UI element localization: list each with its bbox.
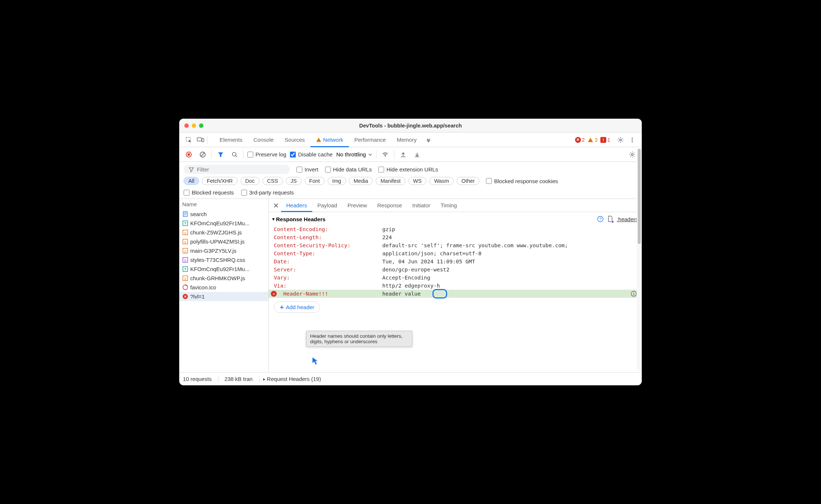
type-pill-css[interactable]: CSS [262, 177, 283, 185]
type-pill-media[interactable]: Media [349, 177, 373, 185]
invert-checkbox[interactable]: Invert [297, 166, 319, 173]
detail-tab-initiator[interactable]: Initiator [407, 199, 435, 212]
err-icon [182, 294, 188, 300]
upload-har-icon[interactable] [398, 149, 408, 160]
blocked-requests-checkbox[interactable]: Blocked requests [184, 189, 234, 196]
header-row: Content-Encoding:gzip [272, 225, 642, 233]
headers-content: Response Headers ? .headers Content-Enco… [269, 212, 642, 372]
validation-tooltip: Header names should contain only letters… [306, 331, 412, 347]
clear-button[interactable] [198, 149, 208, 160]
request-headers-toggle[interactable]: Request Headers (19) [259, 376, 321, 382]
blocked-cookies-checkbox[interactable]: Blocked response cookies [486, 178, 558, 184]
svg-text:{}: {} [184, 240, 186, 244]
ico-icon [182, 285, 188, 290]
header-row: Content-Type:application/json; charset=u… [272, 249, 642, 257]
file-override-icon[interactable] [607, 216, 613, 222]
header-row: Server:deno/gcp-europe-west2 [272, 266, 642, 274]
response-headers-title[interactable]: Response Headers [272, 216, 325, 222]
header-row: Date:Tue, 04 Jun 2024 11:09:05 GMT [272, 257, 642, 266]
request-item[interactable]: {}styles-T73CSHRQ.css [179, 255, 268, 264]
js-icon: {} [182, 248, 188, 254]
tab-sources[interactable]: Sources [279, 133, 310, 147]
window-title: DevTools - bubble-jingle.web.app/search [179, 123, 642, 129]
override-header-name[interactable]: Header-Name!!! [272, 291, 382, 297]
svg-point-14 [632, 153, 633, 155]
device-toggle-icon[interactable] [195, 135, 206, 145]
request-item[interactable]: {}chunk-Z5WZJGHS.js [179, 228, 268, 237]
scrollbar-thumb[interactable] [638, 149, 641, 244]
filter-toggle-icon[interactable] [216, 149, 226, 160]
add-header-button[interactable]: Add header [274, 301, 320, 313]
request-item[interactable]: ?lvl=1 [179, 292, 268, 301]
request-item[interactable]: TKFOmCnqEu92Fr1Mu... [179, 264, 268, 274]
type-pill-manifest[interactable]: Manifest [376, 177, 405, 185]
svg-point-5 [632, 139, 633, 140]
headers-file-link[interactable]: .headers [617, 216, 638, 222]
scrollbar[interactable] [637, 149, 642, 371]
type-pill-wasm[interactable]: Wasm [429, 177, 454, 185]
type-pill-ws[interactable]: WS [408, 177, 426, 185]
help-icon[interactable]: ? [597, 216, 604, 222]
issue-count: 1 [607, 137, 610, 143]
status-badges[interactable]: ✕2 3 !1 [575, 137, 610, 143]
header-row: Vary:Accept-Encoding [272, 274, 642, 282]
tab-performance[interactable]: Performance [349, 133, 391, 147]
type-pill-img[interactable]: Img [328, 177, 346, 185]
request-item[interactable]: {}main-G3PZY5LV.js [179, 246, 268, 255]
detail-tab-headers[interactable]: Headers [281, 199, 312, 212]
detail-tab-timing[interactable]: Timing [435, 199, 462, 212]
panel-settings-icon[interactable] [627, 149, 637, 160]
type-pill-other[interactable]: Other [457, 177, 479, 185]
type-pill-js[interactable]: JS [286, 177, 302, 185]
override-header-value[interactable]: header value [382, 291, 642, 297]
status-bar: 10 requests 238 kB tran Request Headers … [179, 372, 642, 385]
settings-icon[interactable] [615, 135, 626, 145]
filter-row: Invert Hide data URLs Hide extension URL… [179, 162, 642, 175]
info-icon[interactable]: i [631, 291, 637, 297]
type-pill-fetch-xhr[interactable]: Fetch/XHR [202, 177, 238, 185]
type-pill-font[interactable]: Font [305, 177, 325, 185]
request-item[interactable]: TKFOmCnqEu92Fr1Mu... [179, 219, 268, 228]
download-har-icon[interactable] [412, 149, 422, 160]
transferred-size: 238 kB tran [218, 376, 253, 382]
svg-point-11 [232, 152, 236, 156]
svg-rect-8 [188, 153, 190, 156]
request-item[interactable]: search [179, 210, 268, 219]
header-override-row[interactable]: ✕ Header-Name!!! header value i [269, 290, 642, 298]
type-pill-all[interactable]: All [184, 177, 199, 185]
filter-input[interactable] [184, 165, 290, 174]
more-tabs-icon[interactable] [424, 135, 434, 145]
network-conditions-icon[interactable] [380, 149, 390, 160]
tab-console[interactable]: Console [248, 133, 279, 147]
search-icon[interactable] [229, 149, 240, 160]
inspect-element-icon[interactable] [184, 135, 194, 145]
detail-tab-bar: HeadersPayloadPreviewResponseInitiatorTi… [269, 199, 642, 212]
detail-tab-response[interactable]: Response [372, 199, 407, 212]
disable-cache-checkbox[interactable]: Disable cache [290, 151, 332, 158]
hide-extension-urls-checkbox[interactable]: Hide extension URLs [378, 166, 438, 173]
svg-text:i: i [633, 292, 635, 296]
type-pill-doc[interactable]: Doc [240, 177, 259, 185]
detail-tab-preview[interactable]: Preview [342, 199, 372, 212]
throttling-select[interactable]: No throttling [336, 151, 372, 158]
svg-rect-1 [197, 138, 202, 141]
third-party-checkbox[interactable]: 3rd-party requests [241, 189, 294, 196]
request-item[interactable]: {}polyfills-UPW4ZMSI.js [179, 237, 268, 246]
devtools-window: DevTools - bubble-jingle.web.app/search … [179, 119, 642, 385]
hide-data-urls-checkbox[interactable]: Hide data URLs [325, 166, 372, 173]
svg-point-3 [620, 139, 622, 141]
request-item[interactable]: {}chunk-GRHMKOWP.js [179, 274, 268, 283]
preserve-log-checkbox[interactable]: Preserve log [247, 151, 286, 158]
warning-count: 3 [594, 137, 597, 143]
tab-network[interactable]: Network [310, 133, 349, 147]
record-button[interactable] [184, 149, 194, 160]
tab-elements[interactable]: Elements [214, 133, 248, 147]
request-item[interactable]: favicon.ico [179, 283, 268, 292]
tab-memory[interactable]: Memory [391, 133, 422, 147]
name-column-header[interactable]: Name [179, 199, 268, 210]
funnel-icon [189, 167, 194, 172]
kebab-menu-icon[interactable] [627, 135, 637, 145]
detail-tab-payload[interactable]: Payload [312, 199, 342, 212]
close-detail-icon[interactable] [271, 203, 281, 208]
extra-filter-row: Blocked requests 3rd-party requests [179, 188, 642, 199]
